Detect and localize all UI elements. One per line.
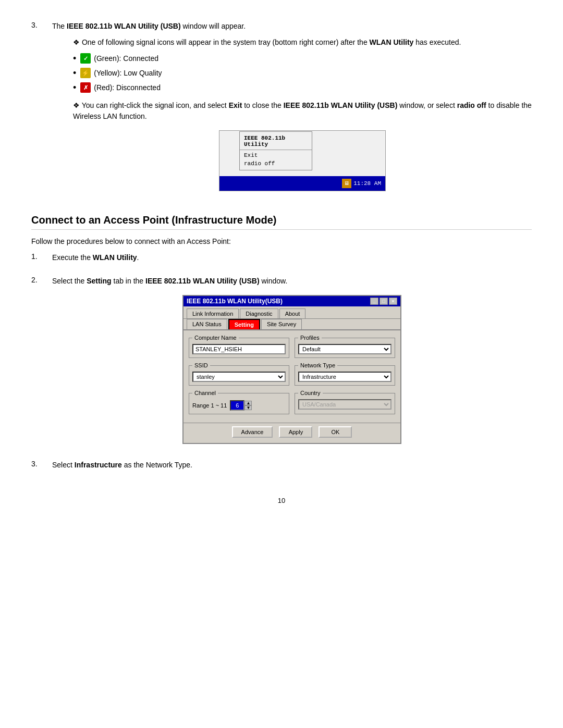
ssid-group: SSID stanley [189, 362, 289, 386]
bullet-dot-green: • [73, 54, 76, 63]
step-3-select-content: Select Infrastructure as the Network Typ… [52, 460, 532, 476]
channel-range-label: Range 1 ~ 11 [192, 402, 227, 409]
tab-link-information[interactable]: Link Information [187, 309, 239, 318]
step-3-select-text: Select Infrastructure as the Network Typ… [52, 460, 532, 471]
channel-range-row: Range 1 ~ 11 ▲ ▼ [192, 400, 286, 411]
tab-lan-status[interactable]: LAN Status [187, 319, 227, 329]
computer-name-input[interactable] [192, 344, 286, 354]
dialog-titlebar-buttons: _ □ × [370, 298, 397, 305]
ok-button[interactable]: OK [319, 426, 352, 438]
signal-red-icon: ✗ [80, 82, 91, 93]
page-number: 10 [31, 497, 532, 504]
tab-row-2: LAN Status Setting Site Survey [183, 319, 400, 330]
dialog-window: IEEE 802.11b WLAN Utility(USB) _ □ × Lin… [182, 295, 401, 444]
dialog-minimize-btn[interactable]: _ [370, 298, 378, 305]
taskbar-time: 11:28 AM [353, 180, 381, 187]
dialog-row-2: SSID stanley Network Type Infrastructure [189, 362, 395, 386]
step-3-num: 3. [31, 21, 52, 200]
context-menu-title: IEEE 802.11b Utility [240, 134, 312, 149]
signal-yellow-item: • ⚡ (Yellow): Low Quality [73, 68, 532, 78]
step-1-text: Execute the WLAN Utility. [52, 252, 532, 263]
profiles-select[interactable]: Default [298, 344, 391, 354]
channel-spinner-input[interactable] [230, 400, 244, 411]
signal-green-label: (Green): Connected [94, 54, 158, 63]
network-type-legend: Network Type [298, 362, 337, 368]
bullet-intro-text: ❖ One of following signal icons will app… [73, 37, 532, 48]
apply-button[interactable]: Apply [279, 426, 312, 438]
bullet-dot-yellow: • [73, 68, 76, 78]
tab-setting[interactable]: Setting [228, 319, 260, 329]
channel-spinner-buttons: ▲ ▼ [244, 401, 252, 410]
context-menu-wrap: IEEE 802.11b Utility Exit radio off 🖥 11… [73, 130, 532, 191]
dialog-maximize-btn[interactable]: □ [380, 298, 388, 305]
bullet-dot-red: • [73, 83, 76, 92]
infrastructure-bold: Infrastructure [75, 461, 122, 469]
context-menu-radio-off: radio off [240, 159, 312, 168]
right-click-section: ❖ You can right-click the signal icon, a… [73, 100, 532, 191]
country-select[interactable]: USA/Canada [298, 399, 391, 410]
step-1-num: 1. [31, 252, 52, 268]
dialog-row-1: Computer Name Profiles Default [189, 335, 395, 358]
computer-name-legend: Computer Name [192, 335, 239, 341]
step-3-select-num: 3. [31, 460, 52, 476]
context-menu-screenshot: IEEE 802.11b Utility Exit radio off 🖥 11… [219, 130, 386, 191]
ssid-select[interactable]: stanley [192, 372, 286, 382]
tab-about[interactable]: About [279, 309, 306, 318]
step-1-content: Execute the WLAN Utility. [52, 252, 532, 268]
step-3-bold: IEEE 802.11b WLAN Utility (USB) [67, 22, 181, 30]
wlan-utility-bold: WLAN Utility [370, 38, 414, 46]
signal-red-item: • ✗ (Red): Disconnected [73, 82, 532, 93]
channel-group: Channel Range 1 ~ 11 ▲ ▼ [189, 390, 289, 414]
computer-name-group: Computer Name [189, 335, 289, 358]
signal-green-icon: ✓ [80, 53, 91, 64]
tab-site-survey[interactable]: Site Survey [261, 319, 302, 329]
dialog-body: Computer Name Profiles Default [183, 330, 400, 423]
dialog-title: IEEE 802.11b WLAN Utility(USB) [187, 298, 283, 305]
step-2-num: 2. [31, 276, 52, 452]
section-intro: Follow the procedures below to connect w… [31, 236, 532, 247]
exit-bold: Exit [229, 101, 242, 109]
signal-yellow-label: (Yellow): Low Quality [94, 69, 162, 77]
step-2-text: Select the Setting tab in the IEEE 802.1… [52, 276, 532, 287]
step-3-select-item: 3. Select Infrastructure as the Network … [31, 460, 532, 476]
step-2-wlan-bold: IEEE 802.11b WLAN Utility (USB) [145, 277, 260, 285]
tab-row-1: Link Information Diagnostic About [187, 309, 305, 318]
step-1-item: 1. Execute the WLAN Utility. [31, 252, 532, 268]
wlan-utility-bold2: IEEE 802.11b WLAN Utility (USB) [284, 101, 398, 109]
channel-down-btn[interactable]: ▼ [244, 405, 252, 410]
step-1-bold: WLAN Utility [93, 253, 137, 262]
step-3-content: The IEEE 802.11b WLAN Utility (USB) wind… [52, 21, 532, 200]
signal-green-item: • ✓ (Green): Connected [73, 53, 532, 64]
dialog-titlebar: IEEE 802.11b WLAN Utility(USB) _ □ × [183, 296, 400, 306]
tab-diagnostic[interactable]: Diagnostic [240, 309, 278, 318]
step-3-item: 3. The IEEE 802.11b WLAN Utility (USB) w… [31, 21, 532, 200]
signal-red-label: (Red): Disconnected [94, 83, 161, 92]
profiles-group: Profiles Default [295, 335, 395, 358]
context-menu-sep [240, 150, 312, 150]
country-legend: Country [298, 390, 323, 396]
step-2-item: 2. Select the Setting tab in the IEEE 80… [31, 276, 532, 452]
radio-off-bold: radio off [457, 101, 486, 109]
dialog-close-btn[interactable]: × [389, 298, 397, 305]
bullet-section-tray: ❖ One of following signal icons will app… [73, 37, 532, 93]
step-3-text: The IEEE 802.11b WLAN Utility (USB) wind… [52, 21, 532, 32]
dialog-footer: Advance Apply OK [183, 423, 400, 443]
right-click-text: ❖ You can right-click the signal icon, a… [73, 100, 532, 122]
dialog-row-3: Channel Range 1 ~ 11 ▲ ▼ [189, 390, 395, 414]
context-menu-exit: Exit [240, 151, 312, 159]
step-2-content: Select the Setting tab in the IEEE 802.1… [52, 276, 532, 452]
step-2-setting-bold: Setting [87, 277, 111, 285]
taskbar-icon: 🖥 [342, 179, 351, 188]
channel-up-btn[interactable]: ▲ [244, 401, 252, 405]
context-menu-popup: IEEE 802.11b Utility Exit radio off [239, 131, 312, 170]
signal-yellow-icon: ⚡ [80, 68, 91, 78]
channel-legend: Channel [192, 390, 218, 396]
ssid-legend: SSID [192, 362, 210, 368]
country-group: Country USA/Canada [295, 390, 395, 414]
advance-button[interactable]: Advance [232, 426, 273, 438]
section-heading: Connect to an Access Point (Infrastructu… [31, 214, 532, 230]
network-type-select[interactable]: Infrastructure [298, 372, 391, 382]
profiles-legend: Profiles [298, 335, 322, 341]
dialog-wrap: IEEE 802.11b WLAN Utility(USB) _ □ × Lin… [52, 295, 532, 444]
channel-spinner: ▲ ▼ [230, 400, 252, 411]
